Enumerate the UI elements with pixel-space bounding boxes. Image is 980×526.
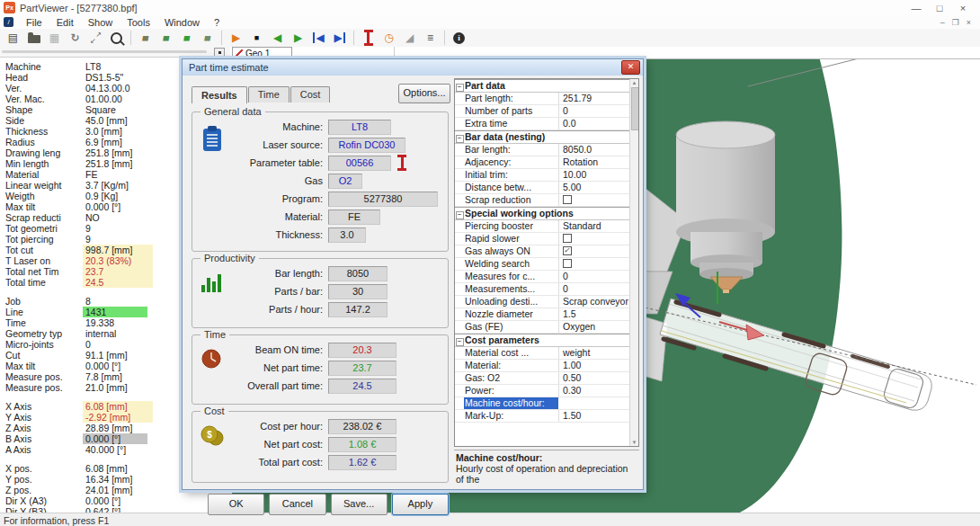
- grid-row-value[interactable]: 0: [558, 271, 630, 282]
- open-folder-icon[interactable]: [24, 30, 43, 46]
- dialog-close-button[interactable]: ✕: [621, 60, 640, 75]
- grid-row[interactable]: Unloading desti... Scrap conveyor: [455, 296, 630, 308]
- maximize-button[interactable]: □: [930, 3, 949, 13]
- expander-icon[interactable]: [455, 321, 464, 333]
- grid-row[interactable]: Extra time 0.0: [455, 118, 630, 130]
- save-button[interactable]: Save...: [331, 494, 388, 515]
- menu-help[interactable]: ?: [207, 17, 227, 28]
- grid-row[interactable]: Initial trim: 10.00: [455, 169, 630, 182]
- grid-row-value[interactable]: Scrap conveyor: [558, 296, 630, 308]
- tab-geo1[interactable]: Geo 1: [232, 47, 292, 58]
- grid-row-value[interactable]: 251.79: [558, 93, 630, 104]
- grid-row[interactable]: Adjacency: Rotation: [455, 156, 630, 169]
- checkbox[interactable]: [563, 195, 572, 204]
- expander-icon[interactable]: [455, 169, 464, 181]
- grid-row-value[interactable]: 0.0: [558, 118, 630, 129]
- grid-scrollbar[interactable]: ▲ ▼: [629, 79, 638, 446]
- grid-row[interactable]: Piercing booster Standard: [455, 220, 630, 233]
- ok-button[interactable]: OK: [208, 494, 264, 515]
- grid-row[interactable]: Measurements... 0: [455, 283, 630, 296]
- expander-icon[interactable]: [455, 118, 464, 129]
- dialog-title-bar[interactable]: Part time estimate ✕: [183, 59, 643, 76]
- expander-icon[interactable]: [455, 144, 464, 156]
- grid-row[interactable]: Distance betw... 5.00: [455, 182, 630, 194]
- grid-row[interactable]: Material cost ... weight: [455, 347, 630, 360]
- grid-row[interactable]: Special working options: [455, 207, 630, 220]
- expander-icon[interactable]: [455, 308, 464, 320]
- expander-icon[interactable]: [455, 385, 464, 397]
- time-clock-icon[interactable]: ◷: [379, 30, 398, 46]
- grid-row[interactable]: Machine cost/hour:: [455, 397, 630, 410]
- grid-row[interactable]: Power: 0.30: [455, 385, 630, 397]
- grid-row[interactable]: Bar data (nesting): [455, 130, 630, 144]
- grid-row[interactable]: Scrap reduction: [455, 194, 630, 207]
- grid-row-value[interactable]: 1.5: [558, 308, 630, 320]
- stop-icon[interactable]: ■: [247, 30, 266, 46]
- cancel-button[interactable]: Cancel: [269, 494, 325, 515]
- section-icon[interactable]: ◢: [400, 30, 419, 46]
- solid-view-icon[interactable]: ■: [136, 30, 155, 46]
- menu-file[interactable]: File: [19, 17, 49, 28]
- grid-row[interactable]: Measures for c... 0: [455, 271, 630, 283]
- menu-tools[interactable]: Tools: [120, 17, 157, 28]
- scrollbar-thumb[interactable]: [2, 50, 207, 53]
- expander-icon[interactable]: [455, 105, 464, 117]
- minimize-button[interactable]: —: [906, 3, 926, 13]
- toolbar-separator[interactable]: [130, 31, 131, 45]
- checkbox[interactable]: [563, 246, 572, 255]
- expander-icon[interactable]: [455, 296, 464, 308]
- grid-row-value[interactable]: 1.50: [558, 410, 630, 422]
- expander-icon[interactable]: [455, 410, 464, 422]
- tab-cost[interactable]: Cost: [290, 86, 331, 103]
- grid-row[interactable]: Gas (FE) Oxygen: [455, 321, 630, 334]
- grid-row-value[interactable]: 10.00: [558, 169, 630, 181]
- grid-row[interactable]: Cost parameters: [455, 334, 630, 347]
- menu-window[interactable]: Window: [157, 17, 207, 28]
- apply-button[interactable]: Apply: [392, 494, 449, 515]
- tab-time[interactable]: Time: [248, 86, 290, 103]
- grid-row[interactable]: Nozzle diameter 1.5: [455, 308, 630, 321]
- expander-icon[interactable]: [455, 372, 464, 384]
- grid-row-value[interactable]: 0.30: [558, 385, 630, 397]
- grid-row[interactable]: Number of parts 0: [455, 105, 630, 118]
- grid-row-value[interactable]: 0: [558, 283, 630, 295]
- grid-row-value[interactable]: Standard: [558, 220, 630, 232]
- toolbar-separator[interactable]: [444, 31, 445, 45]
- checkbox[interactable]: [563, 259, 572, 268]
- checkbox[interactable]: [563, 234, 572, 243]
- zoom-icon[interactable]: [107, 30, 126, 46]
- grid-row-value[interactable]: 0: [558, 105, 630, 117]
- mdi-restore-button[interactable]: ❐: [952, 18, 959, 27]
- expander-icon[interactable]: [455, 156, 464, 168]
- expander-icon[interactable]: [455, 220, 464, 232]
- expander-icon[interactable]: [455, 360, 464, 371]
- expander-icon[interactable]: [455, 347, 464, 359]
- textured-view-icon[interactable]: ■: [177, 30, 196, 46]
- scrollbar-thumb[interactable]: [631, 87, 639, 130]
- scroll-up-icon[interactable]: ▲: [630, 80, 638, 85]
- grid-row[interactable]: Part length: 251.79: [455, 93, 630, 105]
- expander-icon[interactable]: [455, 93, 464, 104]
- new-document-icon[interactable]: ▤: [4, 30, 22, 46]
- expander-icon[interactable]: [455, 208, 464, 219]
- grid-row[interactable]: Material: 1.00: [455, 360, 630, 372]
- expander-icon[interactable]: [455, 131, 464, 143]
- grid-row-value[interactable]: Oxygen: [558, 321, 630, 333]
- expander-icon[interactable]: [455, 283, 464, 295]
- expander-icon[interactable]: [455, 194, 464, 206]
- step-forward-icon[interactable]: ▶: [289, 30, 307, 46]
- scroll-down-icon[interactable]: ▼: [630, 440, 638, 445]
- expander-icon[interactable]: [455, 334, 464, 346]
- grid-row-value[interactable]: 1.00: [558, 360, 630, 371]
- mdi-minimize-button[interactable]: –: [940, 18, 945, 27]
- grid-row[interactable]: Bar length: 8050.0: [455, 144, 630, 156]
- grid-row[interactable]: Mark-Up: 1.50: [455, 410, 630, 423]
- expander-icon[interactable]: [455, 245, 464, 257]
- go-start-icon[interactable]: ◀: [309, 30, 328, 46]
- expander-icon[interactable]: [455, 397, 464, 409]
- parameter-table-icon[interactable]: [397, 155, 406, 171]
- go-end-icon[interactable]: ▶: [330, 30, 349, 46]
- scrollbar-button[interactable]: [214, 48, 225, 58]
- tab-results[interactable]: Results: [192, 86, 247, 103]
- toolbar-separator[interactable]: [221, 31, 222, 45]
